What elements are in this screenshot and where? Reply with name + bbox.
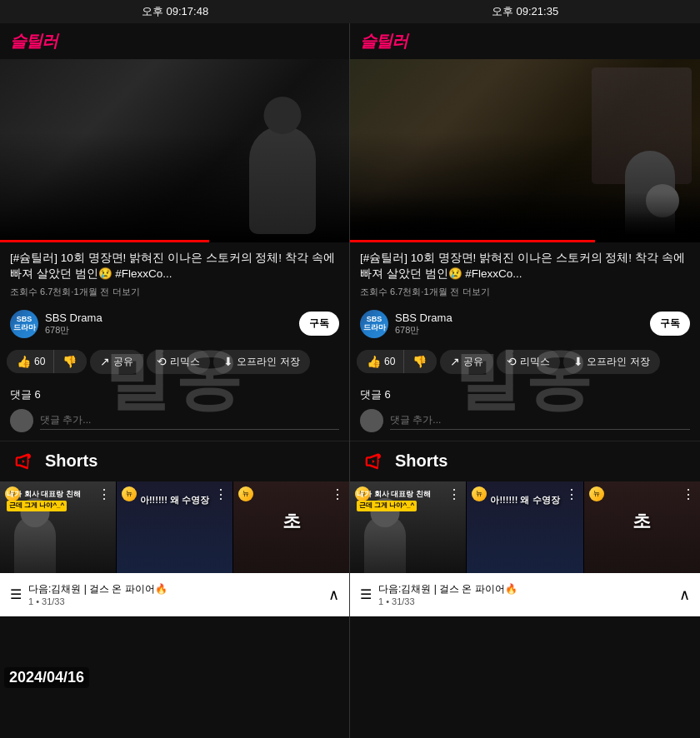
video-meta-text: 조회수 6.7천회·1개월 전 (10, 286, 109, 298)
right-offline-button[interactable]: ⬇ 오프라인 저장 (563, 350, 659, 374)
thumb-person-4 (364, 515, 406, 573)
thumb-text-1: 내가 회사 대표랑 친해 근데 그게 나야^_^ (7, 490, 109, 511)
right-remix-button[interactable]: ⟲ 리믹스 (497, 350, 560, 374)
channel-name: SBS Drama (45, 312, 292, 324)
like-dislike-wrap: 👍 60 👎 (7, 350, 87, 373)
thumb-badge-6: 뉴 (589, 486, 604, 501)
playlist-info: 다음:김채원 | 걸스 온 파이어🔥 1 • 31/33 (28, 582, 322, 606)
right-channel-icon[interactable]: SBS드라마 (360, 310, 388, 338)
left-channel-icon[interactable]: SBS드라마 (10, 310, 38, 338)
right-shorts-section[interactable]: Shorts (350, 441, 700, 481)
like-count: 60 (34, 356, 45, 367)
right-progress-bar (350, 240, 595, 242)
shorts-label: Shorts (45, 451, 98, 471)
right-video-more-link[interactable]: 더보기 (462, 286, 490, 298)
right-download-icon: ⬇ (573, 355, 583, 368)
right-shorts-icon (360, 448, 387, 475)
right-channel-row: SBS드라마 SBS Drama 678만 구독 (350, 303, 700, 345)
playlist-expand-button[interactable]: ∧ (328, 586, 339, 604)
right-video-title: [#슘틸러] 10회 명장면! 밝혀진 이나은 스토커의 정체! 착각 속에 빠… (360, 251, 690, 282)
right-panel: 슬틸러 [#슘틸러] 10회 명장면! 밝혀진 이나은 스토커의 정체! 착각 … (350, 23, 700, 738)
thumb-text-big-6: 초 (584, 509, 700, 534)
thumb-item-4[interactable]: 뉴 ⋮ 내가 회사 대표랑 친해 근데 그게 나야^_^ (350, 481, 467, 573)
left-video-thumb[interactable] (0, 59, 349, 242)
left-video-meta: 조회수 6.7천회·1개월 전 더보기 (10, 286, 339, 298)
right-thumb-down-icon: 👎 (412, 355, 427, 368)
thumb-item-6[interactable]: 뉴 ⋮ 초 (584, 481, 700, 573)
thumb-up-icon: 👍 (17, 355, 31, 368)
left-video-title: [#슘틸러] 10회 명장면! 밝혀진 이나은 스토커의 정체! 착각 속에 빠… (10, 251, 339, 282)
left-action-row: 👍 60 👎 ↗ 공유 ⟲ 리믹스 ⬇ 오프라인 저장 (0, 345, 349, 379)
remix-icon: ⟲ (157, 355, 167, 368)
right-offline-label: 오프라인 저장 (587, 355, 649, 369)
thumb-person-1 (14, 515, 56, 573)
right-video-thumb[interactable] (350, 59, 700, 242)
video-title-text: [#슘틸러] 10회 명장면! 밝혀진 이나은 스토커의 정체! 착각 속에 빠… (10, 252, 335, 280)
right-channel-subs: 678만 (395, 324, 643, 337)
share-button[interactable]: ↗ 공유 (90, 350, 143, 374)
right-video-info: [#슘틸러] 10회 명장면! 밝혀진 이나은 스토커의 정체! 착각 속에 빠… (350, 242, 700, 303)
thumb-item-3[interactable]: 뉴 ⋮ 초 (233, 481, 349, 573)
thumb-item-2[interactable]: 뉴 ⋮ 아!!!!!! 왜 수영장 (117, 481, 233, 573)
right-remix-icon: ⟲ (507, 355, 517, 368)
playlist-icon: ☰ (10, 586, 22, 602)
left-channel-row: SBS드라마 SBS Drama 678만 구독 (0, 303, 349, 345)
right-dislike-button[interactable]: 👎 (404, 350, 437, 373)
right-shorts-label: Shorts (395, 451, 448, 471)
share-label: 공유 (113, 355, 133, 369)
right-playlist-info: 다음:김채원 | 걸스 온 파이어🔥 1 • 31/33 (378, 582, 672, 606)
offline-label: 오프라인 저장 (237, 355, 299, 369)
left-shorts-section[interactable]: Shorts (0, 441, 349, 481)
right-remix-label: 리믹스 (520, 355, 550, 369)
right-share-button[interactable]: ↗ 공유 (440, 350, 493, 374)
right-thumb-up-icon: 👍 (367, 355, 381, 368)
thumb-overlay-6: 뉴 ⋮ (584, 481, 700, 507)
remix-button[interactable]: ⟲ 리믹스 (147, 350, 210, 374)
left-bottom-thumbs: 뉴 ⋮ 내가 회사 대표랑 친해 근데 그게 나야^_^ 뉴 ⋮ 아!!!!!!… (0, 481, 349, 573)
right-channel-info: SBS Drama 678만 (395, 312, 643, 337)
right-like-dislike-wrap: 👍 60 👎 (357, 350, 437, 373)
offline-button[interactable]: ⬇ 오프라인 저장 (213, 350, 309, 374)
right-comment-input[interactable] (390, 411, 690, 430)
like-button[interactable]: 👍 60 (7, 350, 54, 373)
channel-info: SBS Drama 678만 (45, 312, 292, 337)
right-playlist-expand-button[interactable]: ∧ (679, 586, 690, 604)
thumb-item-5[interactable]: 뉴 ⋮ 아!!!!!! 왜 수영장 (467, 481, 583, 573)
right-bottom-thumbs: 뉴 ⋮ 내가 회사 대표랑 친해 근데 그게 나야^_^ 뉴 ⋮ 아!!!!!!… (350, 481, 700, 573)
thumb-text-4: 내가 회사 대표랑 친해 근데 그게 나야^_^ (357, 490, 459, 511)
thumb-down-icon: 👎 (62, 355, 77, 368)
right-app-header: 슬틸러 (350, 23, 700, 59)
right-share-label: 공유 (463, 355, 483, 369)
right-video-meta-text: 조회수 6.7천회·1개월 전 (360, 286, 459, 298)
thumb-text-big-2: 아!!!!!! 왜 수영장 (117, 494, 232, 506)
status-time-right: 오후 09:21:35 (492, 4, 558, 19)
dislike-button[interactable]: 👎 (54, 350, 87, 373)
left-comments-section: 댓글 6 (0, 379, 349, 441)
right-playlist-progress: 1 • 31/33 (378, 596, 672, 606)
thumb-text-big-3: 초 (233, 509, 349, 534)
status-time-left: 오후 09:17:48 (142, 4, 208, 19)
main-content: 슬틸러 [#슘틸러] 10회 명장면! 밝혀진 이나은 스토커의 정체! 착각 … (0, 23, 700, 738)
person-silhouette (249, 126, 316, 234)
subscribe-button[interactable]: 구독 (299, 312, 339, 336)
thumb-menu-3[interactable]: ⋮ (331, 486, 344, 502)
playlist-title: 다음:김채원 | 걸스 온 파이어🔥 (28, 582, 322, 596)
video-more-link[interactable]: 더보기 (112, 286, 140, 298)
left-app-header: 슬틸러 (0, 23, 349, 59)
left-app-logo: 슬틸러 (10, 30, 58, 52)
thumb-text-big-5: 아!!!!!! 왜 수영장 (467, 494, 582, 506)
right-like-button[interactable]: 👍 60 (357, 350, 404, 373)
right-app-logo: 슬틸러 (360, 30, 408, 52)
thumb-item-1[interactable]: 뉴 ⋮ 내가 회사 대표랑 친해 근데 그게 나야^_^ (0, 481, 117, 573)
thumb-overlay-3: 뉴 ⋮ (233, 481, 349, 507)
left-panel: 슬틸러 [#슘틸러] 10회 명장면! 밝혀진 이나은 스토커의 정체! 착각 … (0, 23, 350, 738)
channel-subs: 678만 (45, 324, 292, 337)
right-comments-label: 댓글 6 (360, 387, 690, 402)
right-playlist-icon: ☰ (360, 586, 372, 602)
playlist-progress: 1 • 31/33 (28, 596, 322, 606)
right-subscribe-button[interactable]: 구독 (650, 312, 690, 336)
comment-input[interactable] (40, 411, 339, 430)
thumb-menu-6[interactable]: ⋮ (682, 486, 695, 502)
right-playlist-bar: ☰ 다음:김채원 | 걸스 온 파이어🔥 1 • 31/33 ∧ (350, 573, 700, 616)
right-comment-avatar (360, 409, 383, 432)
